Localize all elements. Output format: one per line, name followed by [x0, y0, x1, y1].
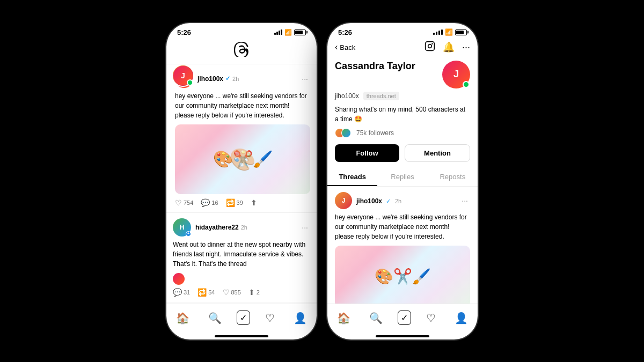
tab-threads[interactable]: Threads: [327, 167, 377, 186]
post-header-1: J jiho100x ✓ 2h ···: [175, 70, 310, 88]
verified-badge-1: ✓: [225, 75, 230, 82]
profile-handle-row: jiho100x threads.net: [335, 92, 470, 100]
profile-post-left-1: J jiho100x ✓ 2h: [335, 192, 401, 209]
post-username-row-2: hidayathere22 2h: [195, 224, 247, 231]
profile-verified-1: ✓: [386, 198, 391, 204]
tab-reposts[interactable]: Reposts: [428, 167, 478, 186]
repost-action-2[interactable]: 🔁 54: [197, 288, 215, 297]
threads-logo: [234, 42, 249, 61]
nav-home-1[interactable]: 🏠: [172, 309, 194, 327]
profile-post-image-1: 🎨✂️🖌️: [335, 246, 470, 304]
repost-count-2: 54: [208, 289, 215, 295]
post-avatar-2[interactable]: H +: [173, 218, 191, 237]
repost-icon-2: 🔁: [197, 288, 207, 297]
profile-name: Cassandra Taylor: [335, 61, 415, 72]
post-username-1: jiho100x: [197, 75, 223, 83]
nav-search-2[interactable]: 🔍: [365, 309, 387, 327]
status-bar-2: 5:26 📶: [327, 23, 478, 39]
comment-action-1[interactable]: 💬 16: [201, 198, 218, 207]
signal-icon: [274, 29, 282, 35]
post-item-3: E endoatthebeach 3h ··· do u ever get pi…: [166, 302, 317, 304]
follower-avatar-2: [341, 128, 351, 138]
nav-likes-1[interactable]: ♡: [261, 309, 279, 327]
follow-button[interactable]: Follow: [335, 144, 399, 162]
post-text-2: Went out to dinner at the new spot nearb…: [173, 240, 310, 269]
repost-action-1[interactable]: 🔁 39: [226, 198, 243, 207]
post-text-1: hey everyone ... we're still seeking ven…: [175, 91, 310, 120]
heart-icon-1: ♡: [175, 198, 182, 207]
app-header-1: [166, 39, 317, 64]
profile-name-section: Cassandra Taylor: [335, 61, 415, 72]
post-image-1: 🎨✂️🖌️: [175, 124, 310, 194]
profile-posts: J jiho100x ✓ 2h ··· hey everyone ... we'…: [327, 187, 478, 304]
more-menu-1[interactable]: ···: [299, 73, 310, 84]
more-icon[interactable]: ···: [462, 42, 470, 53]
time-1: 5:26: [177, 28, 191, 36]
phone-profile: 5:26 📶 ‹ Back: [327, 23, 478, 339]
nav-profile-2[interactable]: 👤: [450, 309, 472, 327]
chevron-left-icon: ‹: [335, 42, 338, 52]
profile-post-meta-1: jiho100x ✓ 2h: [356, 196, 401, 205]
share-action-2[interactable]: ⬆ 2: [248, 288, 260, 297]
feed-top-avatar[interactable]: J: [172, 64, 194, 87]
tab-replies[interactable]: Replies: [377, 167, 427, 186]
like-count-2: 855: [231, 289, 241, 295]
nav-search-1[interactable]: 🔍: [204, 309, 226, 327]
bell-icon[interactable]: 🔔: [443, 41, 455, 53]
bookmark-count-2: 2: [257, 289, 260, 295]
comment-icon-2: 💬: [173, 288, 182, 297]
profile-top-row: Cassandra Taylor J: [335, 61, 470, 88]
comment-count-2: 31: [184, 289, 190, 295]
share-action-1[interactable]: ⬆: [251, 198, 257, 207]
profile-bio: Sharing what's on my mind, 500 character…: [335, 105, 470, 124]
battery-icon-2: [455, 29, 467, 35]
status-icons-1: 📶: [274, 29, 306, 36]
nav-compose-2[interactable]: ✓: [398, 311, 411, 325]
share-icon-1: ⬆: [251, 198, 257, 207]
phones-container: 5:26 📶: [166, 23, 478, 339]
heart-icon-2: ♡: [223, 288, 230, 297]
post-actions-2: 💬 31 🔁 54 ♡ 855 ⬆ 2: [173, 288, 310, 297]
profile-more-1[interactable]: ···: [459, 195, 470, 206]
profile-post-avatar-1[interactable]: J: [335, 192, 352, 209]
post-time-2: 2h: [241, 224, 247, 231]
post-item-2: H + hidayathere22 2h ··· Went out to din…: [166, 213, 317, 302]
battery-icon: [294, 29, 306, 35]
profile-post-text-1: hey everyone ... we're still seeking ven…: [335, 212, 470, 241]
comment-action-2[interactable]: 💬 31: [173, 288, 190, 297]
mention-button[interactable]: Mention: [405, 144, 470, 162]
profile-post-header-1: J jiho100x ✓ 2h ···: [335, 192, 470, 209]
post-time-1: 2h: [232, 76, 239, 82]
status-bar-1: 5:26 📶: [166, 23, 317, 39]
profile-info: Cassandra Taylor J jiho100x threads.net …: [327, 58, 478, 167]
like-action-1[interactable]: ♡ 754: [175, 198, 193, 207]
profile-post-username-1: jiho100x: [356, 197, 382, 205]
back-button[interactable]: ‹ Back: [335, 42, 355, 52]
repost-icon-1: 🔁: [226, 198, 235, 207]
header-icons: 🔔 ···: [425, 41, 470, 54]
nav-profile-1[interactable]: 👤: [289, 309, 311, 327]
post-actions-1: ♡ 754 💬 16 🔁 39 ⬆: [175, 198, 310, 207]
signal-icon-2: [433, 29, 443, 35]
svg-point-2: [432, 43, 433, 44]
nav-home-2[interactable]: 🏠: [333, 309, 355, 327]
profile-avatar-wrapper[interactable]: J: [442, 61, 470, 88]
like-count-1: 754: [184, 200, 193, 206]
reply-preview: [173, 273, 310, 285]
more-menu-2[interactable]: ···: [299, 222, 310, 233]
post-header-left-2: H + hidayathere22 2h: [173, 218, 247, 237]
nav-likes-2[interactable]: ♡: [422, 309, 440, 327]
reply-avatar: [173, 273, 185, 285]
profile-post-time-1: 2h: [395, 198, 401, 204]
nav-compose-1[interactable]: ✓: [237, 311, 250, 325]
followers-avatars: [335, 128, 351, 138]
repost-count-1: 39: [237, 200, 243, 206]
followers-row: 75k followers: [335, 128, 470, 138]
instagram-icon[interactable]: [425, 41, 435, 54]
profile-online-dot: [463, 81, 470, 88]
home-indicator-1: [215, 335, 268, 337]
comment-count-1: 16: [211, 200, 218, 206]
profile-tabs: Threads Replies Reposts: [327, 167, 478, 187]
like-action-2[interactable]: ♡ 855: [223, 288, 241, 297]
feed-content: J jiho100x ✓ 2h ··· hey everyone ... we'…: [166, 64, 317, 304]
